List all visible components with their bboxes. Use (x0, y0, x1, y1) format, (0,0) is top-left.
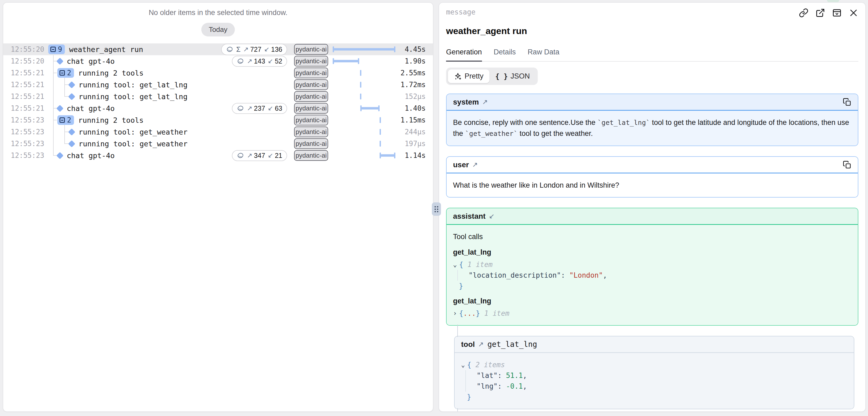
json-expand-chevron-icon[interactable]: ⌄ (453, 259, 457, 270)
tokens-in-count: 347 (254, 152, 265, 159)
copy-link-icon[interactable] (799, 8, 808, 18)
bar-mid (334, 48, 395, 51)
collapse-badge[interactable]: 9 (48, 44, 65, 54)
trace-row-name: running 2 tools (78, 69, 144, 77)
duration-bar (333, 114, 395, 126)
trace-row[interactable]: 12:55:209weather_agent runΣ↗727↙136pydan… (3, 43, 433, 55)
trace-row[interactable]: 12:55:21running tool: get_lat_lngpydanti… (3, 91, 433, 102)
tool-call-name: get_lat_lng (453, 296, 851, 307)
braces-icon: { } (495, 72, 508, 81)
message-panel-header-system[interactable]: system↗ (446, 94, 858, 111)
tab-raw-data[interactable]: Raw Data (528, 48, 559, 62)
inline-code: `get_lat_lng` (597, 119, 650, 127)
message-panel-header-assistant[interactable]: assistant↙ (446, 208, 858, 225)
span-diamond-icon (56, 58, 64, 65)
span-diamond-icon (68, 140, 75, 148)
json-token: } (459, 281, 463, 291)
duration-label: 1.15ms (395, 116, 426, 124)
tokens-in-arrow-icon: ↗ (247, 152, 252, 159)
token-usage-badge: Σ↗727↙136 (221, 44, 287, 55)
collapse-badge[interactable]: 2 (57, 115, 74, 125)
json-token: 1 item (463, 259, 493, 270)
json-token: "lat" (476, 370, 498, 381)
collapse-count: 2 (67, 116, 71, 124)
trace-row-tree: 9weather_agent run (43, 44, 221, 54)
trace-row-timestamp: 12:55:23 (3, 116, 43, 124)
duration-bar (333, 102, 395, 114)
trace-row[interactable]: 12:55:23chat gpt-4o↗347↙21pydantic-ai1.1… (3, 150, 433, 161)
panel-splitter-handle[interactable] (432, 202, 441, 216)
trace-row[interactable]: 12:55:20chat gpt-4o↗143↙52pydantic-ai1.9… (3, 55, 433, 67)
bar-cap (394, 153, 395, 158)
trace-row-timestamp: 12:55:20 (3, 57, 43, 65)
trace-row[interactable]: 12:55:21running tool: get_lat_lngpydanti… (3, 79, 433, 91)
copy-icon[interactable] (843, 161, 851, 169)
trace-row[interactable]: 12:55:23running tool: get_weatherpydanti… (3, 138, 433, 150)
direction-arrow-icon: ↗ (482, 98, 488, 106)
message-panel-header-user[interactable]: user↗ (446, 157, 858, 173)
json-line: "lat": 51.1, (465, 370, 847, 381)
message-panel-tool: tool↗get_lat_lng⌄{ 2 items"lat": 51.1,"l… (454, 336, 854, 409)
bar-tick (380, 141, 381, 147)
trace-row-tree: running tool: get_weather (43, 128, 294, 136)
tokens-in-count: 727 (250, 45, 261, 53)
json-token: { (459, 259, 463, 270)
scope-tag: pydantic-ai (294, 138, 328, 149)
tokens-in-arrow-icon: ↗ (247, 57, 252, 65)
token-usage-badge: ↗237↙63 (232, 103, 287, 114)
message-panel-body: ⌄{ 2 items"lat": 51.1,"lng": -0.1,} (455, 353, 854, 409)
panel-gap (446, 197, 858, 208)
json-expand-chevron-icon[interactable]: › (453, 308, 457, 319)
scope-tag: pydantic-ai (294, 115, 328, 125)
json-line: "location_description": "London", (457, 270, 851, 281)
trace-row[interactable]: 12:55:232running 2 toolspydantic-ai1.15m… (3, 114, 433, 126)
trace-row[interactable]: 12:55:23running tool: get_weatherpydanti… (3, 126, 433, 138)
role-label: tool (461, 340, 475, 349)
span-diamond-icon (56, 105, 64, 112)
trace-row-name: weather_agent run (69, 45, 143, 54)
collapse-badge[interactable]: 2 (57, 68, 74, 78)
tokens-out-arrow-icon: ↙ (268, 152, 273, 159)
json-token: "location_description" (469, 270, 561, 281)
trace-row[interactable]: 12:55:212running 2 toolspydantic-ai2.55m… (3, 67, 433, 79)
pretty-toggle-button[interactable]: Pretty (448, 69, 490, 83)
panel-kind-label: message (446, 8, 475, 16)
dock-panel-icon[interactable] (832, 8, 842, 18)
bar-tick (360, 70, 361, 76)
trace-row-tree: running tool: get_lat_lng (43, 81, 294, 89)
span-diamond-icon (68, 128, 75, 136)
json-toggle-button[interactable]: { } JSON (490, 69, 536, 83)
json-line: "lng": -0.1, (465, 381, 847, 392)
json-token: } (476, 308, 480, 319)
panel-gap (446, 326, 858, 336)
duration-label: 152µs (395, 93, 426, 100)
json-label: JSON (511, 72, 530, 81)
duration-label: 2.55ms (395, 69, 426, 77)
duration-bar (333, 67, 395, 79)
span-diamond-icon (68, 81, 75, 89)
collapse-count: 2 (67, 69, 71, 77)
today-button[interactable]: Today (201, 23, 235, 36)
tab-details[interactable]: Details (494, 48, 516, 62)
tab-generation[interactable]: Generation (446, 48, 482, 62)
copy-icon[interactable] (843, 98, 851, 106)
json-token: , (523, 381, 527, 392)
trace-panel: No older items in the selected time wind… (3, 2, 433, 412)
pretty-label: Pretty (465, 72, 484, 81)
close-icon[interactable] (849, 8, 858, 18)
trace-row-tree: running tool: get_weather (43, 140, 294, 148)
trace-row-timestamp: 12:55:20 (3, 45, 43, 53)
message-panel-header-tool[interactable]: tool↗get_lat_lng (455, 337, 854, 353)
token-usage-badge: ↗143↙52 (232, 56, 287, 67)
trace-row[interactable]: 12:55:21chat gpt-4o↗237↙63pydantic-ai1.4… (3, 102, 433, 114)
tokens-out-arrow-icon: ↙ (264, 45, 270, 53)
scope-tag: pydantic-ai (294, 103, 328, 114)
span-diamond-icon (68, 93, 75, 100)
duration-bar (333, 91, 395, 102)
json-expand-chevron-icon[interactable]: ⌄ (461, 359, 465, 370)
open-external-icon[interactable] (815, 8, 825, 18)
json-line: } (467, 392, 847, 402)
scope-tag: pydantic-ai (294, 127, 328, 137)
duration-bar (333, 126, 395, 138)
duration-label: 1.90s (395, 57, 426, 65)
